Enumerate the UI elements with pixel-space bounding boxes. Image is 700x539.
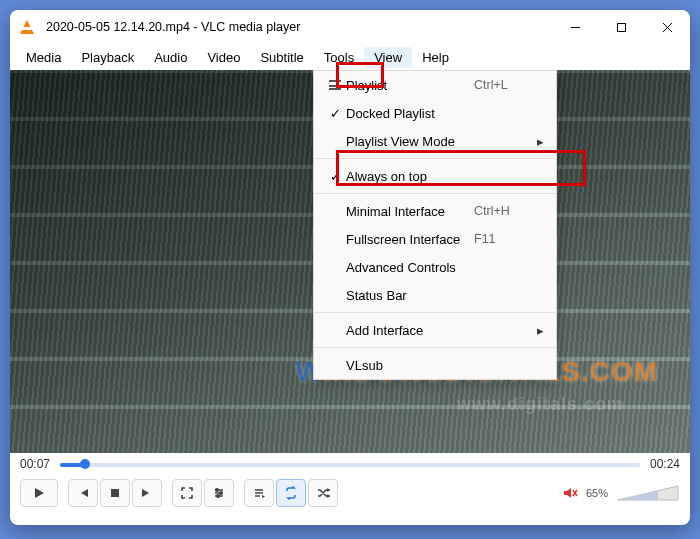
view-menu-vlsub[interactable]: VLsub [314,351,556,379]
shuffle-button[interactable] [308,479,338,507]
svg-rect-1 [111,489,119,497]
menu-video[interactable]: Video [197,47,250,68]
watermark-shadow: www.digitals.com [457,394,624,415]
menu-media[interactable]: Media [16,47,71,68]
view-dropdown: Playlist Ctrl+L ✓ Docked Playlist Playli… [313,70,557,380]
stop-button[interactable] [100,479,130,507]
fullscreen-button[interactable] [172,479,202,507]
view-menu-advanced-controls[interactable]: Advanced Controls [314,253,556,281]
view-menu-fullscreen-interface[interactable]: Fullscreen Interface F11 [314,225,556,253]
extended-settings-button[interactable] [204,479,234,507]
maximize-button[interactable] [598,10,644,44]
check-icon: ✓ [324,106,346,121]
view-menu-docked-playlist[interactable]: ✓ Docked Playlist [314,99,556,127]
view-menu-add-interface[interactable]: Add Interface ▸ [314,316,556,344]
play-button[interactable] [20,479,58,507]
menu-separator [314,347,556,348]
mute-icon[interactable] [562,485,578,501]
menu-tools[interactable]: Tools [314,47,364,68]
volume-slider[interactable] [616,482,680,504]
titlebar: 2020-05-05 12.14.20.mp4 - VLC media play… [10,10,690,44]
list-icon [324,80,346,90]
seek-bar[interactable] [60,458,640,470]
minimize-button[interactable] [552,10,598,44]
time-elapsed[interactable]: 00:07 [20,457,50,471]
view-menu-playlist-view-mode[interactable]: Playlist View Mode ▸ [314,127,556,155]
view-menu-minimal-interface[interactable]: Minimal Interface Ctrl+H [314,197,556,225]
chevron-right-icon: ▸ [530,134,544,149]
view-menu-status-bar[interactable]: Status Bar [314,281,556,309]
window-title: 2020-05-05 12.14.20.mp4 - VLC media play… [46,20,300,34]
svg-point-4 [217,495,220,498]
view-menu-always-on-top[interactable]: ✓ Always on top [314,162,556,190]
menu-separator [314,158,556,159]
svg-rect-0 [617,23,625,31]
menu-playback[interactable]: Playback [71,47,144,68]
view-menu-playlist[interactable]: Playlist Ctrl+L [314,71,556,99]
video-area[interactable]: WINDOWSDIGITALS.COM www.digitals.com Pla… [10,70,690,453]
prev-button[interactable] [68,479,98,507]
check-icon: ✓ [324,169,346,184]
volume-percent: 65% [586,487,608,499]
menu-subtitle[interactable]: Subtitle [250,47,313,68]
vlc-cone-icon [20,20,38,34]
bottombar: 00:07 00:24 65% [10,453,690,525]
svg-point-2 [216,489,219,492]
menu-help[interactable]: Help [412,47,459,68]
close-button[interactable] [644,10,690,44]
loop-button[interactable] [276,479,306,507]
app-window: 2020-05-05 12.14.20.mp4 - VLC media play… [10,10,690,525]
playlist-button[interactable] [244,479,274,507]
time-total[interactable]: 00:24 [650,457,680,471]
svg-point-3 [220,492,223,495]
menubar: Media Playback Audio Video Subtitle Tool… [10,44,690,70]
chevron-right-icon: ▸ [530,323,544,338]
menu-separator [314,193,556,194]
menu-separator [314,312,556,313]
next-button[interactable] [132,479,162,507]
menu-view[interactable]: View [364,47,412,68]
menu-audio[interactable]: Audio [144,47,197,68]
